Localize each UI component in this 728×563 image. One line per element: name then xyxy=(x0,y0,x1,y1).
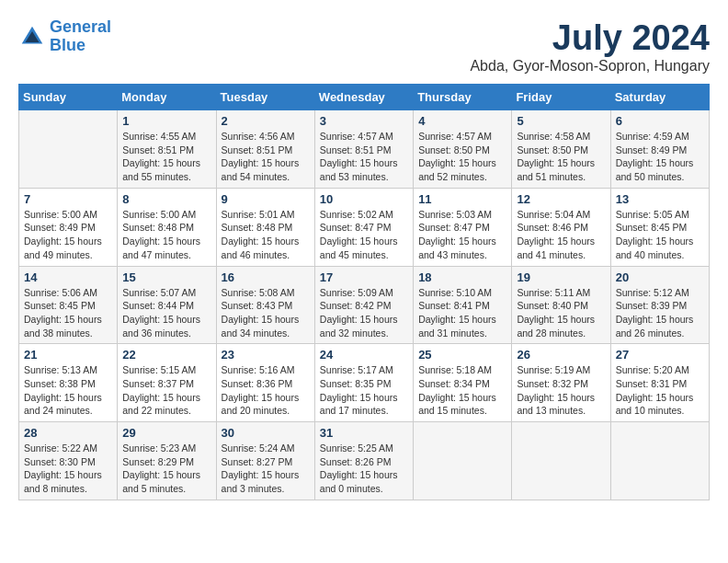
day-number: 23 xyxy=(222,348,310,362)
day-number: 22 xyxy=(122,348,210,362)
calendar-cell: 23Sunrise: 5:16 AMSunset: 8:36 PMDayligh… xyxy=(216,344,314,422)
calendar-cell: 6Sunrise: 4:59 AMSunset: 8:49 PMDaylight… xyxy=(610,110,709,189)
calendar-cell: 19Sunrise: 5:11 AMSunset: 8:40 PMDayligh… xyxy=(512,266,610,344)
day-info: Sunrise: 5:00 AMSunset: 8:48 PMDaylight:… xyxy=(122,208,210,262)
calendar-cell: 17Sunrise: 5:09 AMSunset: 8:42 PMDayligh… xyxy=(314,266,413,344)
day-info: Sunrise: 5:22 AMSunset: 8:30 PMDaylight:… xyxy=(24,442,112,496)
day-info: Sunrise: 5:01 AMSunset: 8:48 PMDaylight:… xyxy=(222,208,310,262)
calendar-cell: 7Sunrise: 5:00 AMSunset: 8:49 PMDaylight… xyxy=(19,188,118,266)
day-info: Sunrise: 5:09 AMSunset: 8:42 PMDaylight:… xyxy=(320,286,408,340)
day-number: 8 xyxy=(122,192,210,206)
day-number: 14 xyxy=(24,270,112,284)
calendar-cell: 25Sunrise: 5:18 AMSunset: 8:34 PMDayligh… xyxy=(414,344,512,422)
day-info: Sunrise: 5:25 AMSunset: 8:26 PMDaylight:… xyxy=(320,442,408,496)
calendar-week-row: 1Sunrise: 4:55 AMSunset: 8:51 PMDaylight… xyxy=(19,110,710,189)
day-number: 16 xyxy=(222,270,310,284)
header-day: Sunday xyxy=(19,85,118,110)
day-info: Sunrise: 5:16 AMSunset: 8:36 PMDaylight:… xyxy=(222,363,310,418)
day-info: Sunrise: 5:20 AMSunset: 8:31 PMDaylight:… xyxy=(616,363,704,418)
day-info: Sunrise: 4:56 AMSunset: 8:51 PMDaylight:… xyxy=(222,130,310,184)
calendar-cell xyxy=(414,422,512,500)
day-info: Sunrise: 4:59 AMSunset: 8:49 PMDaylight:… xyxy=(616,130,704,184)
day-info: Sunrise: 4:57 AMSunset: 8:50 PMDaylight:… xyxy=(418,130,506,184)
calendar-week-row: 14Sunrise: 5:06 AMSunset: 8:45 PMDayligh… xyxy=(19,266,710,344)
day-number: 21 xyxy=(24,348,112,362)
calendar-cell xyxy=(610,422,709,500)
calendar-cell: 27Sunrise: 5:20 AMSunset: 8:31 PMDayligh… xyxy=(610,344,709,422)
calendar-cell: 8Sunrise: 5:00 AMSunset: 8:48 PMDaylight… xyxy=(118,188,216,266)
calendar-cell: 24Sunrise: 5:17 AMSunset: 8:35 PMDayligh… xyxy=(314,344,413,422)
day-number: 20 xyxy=(616,270,704,284)
day-number: 13 xyxy=(616,192,704,206)
day-number: 1 xyxy=(122,114,210,128)
day-number: 24 xyxy=(320,348,408,362)
logo-icon xyxy=(18,23,46,51)
day-number: 15 xyxy=(122,270,210,284)
day-number: 19 xyxy=(517,270,605,284)
calendar-cell: 13Sunrise: 5:05 AMSunset: 8:45 PMDayligh… xyxy=(610,188,709,266)
calendar-cell: 10Sunrise: 5:02 AMSunset: 8:47 PMDayligh… xyxy=(314,188,413,266)
day-number: 10 xyxy=(320,192,408,206)
logo-text: General Blue xyxy=(50,18,111,55)
day-info: Sunrise: 5:18 AMSunset: 8:34 PMDaylight:… xyxy=(418,363,506,418)
header-day: Saturday xyxy=(610,85,709,110)
calendar-week-row: 28Sunrise: 5:22 AMSunset: 8:30 PMDayligh… xyxy=(19,422,710,500)
day-info: Sunrise: 5:19 AMSunset: 8:32 PMDaylight:… xyxy=(517,363,605,418)
day-number: 3 xyxy=(320,114,408,128)
day-info: Sunrise: 5:15 AMSunset: 8:37 PMDaylight:… xyxy=(122,363,210,418)
day-number: 27 xyxy=(616,348,704,362)
logo: General Blue xyxy=(18,18,111,55)
calendar-cell: 22Sunrise: 5:15 AMSunset: 8:37 PMDayligh… xyxy=(118,344,216,422)
calendar-cell: 21Sunrise: 5:13 AMSunset: 8:38 PMDayligh… xyxy=(19,344,118,422)
calendar-cell: 15Sunrise: 5:07 AMSunset: 8:44 PMDayligh… xyxy=(118,266,216,344)
calendar-cell: 5Sunrise: 4:58 AMSunset: 8:50 PMDaylight… xyxy=(512,110,610,189)
header-day: Thursday xyxy=(414,85,512,110)
day-number: 17 xyxy=(320,270,408,284)
day-number: 5 xyxy=(517,114,605,128)
calendar-cell: 26Sunrise: 5:19 AMSunset: 8:32 PMDayligh… xyxy=(512,344,610,422)
header-day: Monday xyxy=(118,85,216,110)
day-info: Sunrise: 5:13 AMSunset: 8:38 PMDaylight:… xyxy=(24,363,112,418)
day-number: 2 xyxy=(222,114,310,128)
day-number: 11 xyxy=(418,192,506,206)
calendar-week-row: 7Sunrise: 5:00 AMSunset: 8:49 PMDaylight… xyxy=(19,188,710,266)
day-info: Sunrise: 5:24 AMSunset: 8:27 PMDaylight:… xyxy=(222,442,310,496)
header-row: SundayMondayTuesdayWednesdayThursdayFrid… xyxy=(19,85,710,110)
day-info: Sunrise: 5:17 AMSunset: 8:35 PMDaylight:… xyxy=(320,363,408,418)
day-number: 4 xyxy=(418,114,506,128)
day-number: 30 xyxy=(222,426,310,440)
day-info: Sunrise: 5:00 AMSunset: 8:49 PMDaylight:… xyxy=(24,208,112,262)
day-info: Sunrise: 5:05 AMSunset: 8:45 PMDaylight:… xyxy=(616,208,704,262)
day-number: 31 xyxy=(320,426,408,440)
day-info: Sunrise: 4:55 AMSunset: 8:51 PMDaylight:… xyxy=(122,130,210,184)
calendar-cell: 30Sunrise: 5:24 AMSunset: 8:27 PMDayligh… xyxy=(216,422,314,500)
calendar-cell xyxy=(512,422,610,500)
calendar-cell: 3Sunrise: 4:57 AMSunset: 8:51 PMDaylight… xyxy=(314,110,413,189)
calendar-cell: 18Sunrise: 5:10 AMSunset: 8:41 PMDayligh… xyxy=(414,266,512,344)
day-number: 29 xyxy=(122,426,210,440)
day-info: Sunrise: 5:08 AMSunset: 8:43 PMDaylight:… xyxy=(222,286,310,340)
day-info: Sunrise: 4:57 AMSunset: 8:51 PMDaylight:… xyxy=(320,130,408,184)
day-info: Sunrise: 5:07 AMSunset: 8:44 PMDaylight:… xyxy=(122,286,210,340)
day-number: 12 xyxy=(517,192,605,206)
day-info: Sunrise: 5:12 AMSunset: 8:39 PMDaylight:… xyxy=(616,286,704,340)
day-number: 18 xyxy=(418,270,506,284)
month-title: July 2024 xyxy=(470,18,710,58)
calendar-cell: 28Sunrise: 5:22 AMSunset: 8:30 PMDayligh… xyxy=(19,422,118,500)
calendar-cell: 4Sunrise: 4:57 AMSunset: 8:50 PMDaylight… xyxy=(414,110,512,189)
day-number: 25 xyxy=(418,348,506,362)
calendar-week-row: 21Sunrise: 5:13 AMSunset: 8:38 PMDayligh… xyxy=(19,344,710,422)
day-info: Sunrise: 5:06 AMSunset: 8:45 PMDaylight:… xyxy=(24,286,112,340)
day-number: 7 xyxy=(24,192,112,206)
day-number: 28 xyxy=(24,426,112,440)
title-section: July 2024 Abda, Gyor-Moson-Sopron, Hunga… xyxy=(470,18,710,75)
calendar-cell: 9Sunrise: 5:01 AMSunset: 8:48 PMDaylight… xyxy=(216,188,314,266)
header-day: Tuesday xyxy=(216,85,314,110)
day-number: 26 xyxy=(517,348,605,362)
day-info: Sunrise: 5:10 AMSunset: 8:41 PMDaylight:… xyxy=(418,286,506,340)
calendar-cell: 11Sunrise: 5:03 AMSunset: 8:47 PMDayligh… xyxy=(414,188,512,266)
calendar-cell: 14Sunrise: 5:06 AMSunset: 8:45 PMDayligh… xyxy=(19,266,118,344)
calendar-cell xyxy=(19,110,118,189)
calendar-cell: 2Sunrise: 4:56 AMSunset: 8:51 PMDaylight… xyxy=(216,110,314,189)
day-info: Sunrise: 5:04 AMSunset: 8:46 PMDaylight:… xyxy=(517,208,605,262)
